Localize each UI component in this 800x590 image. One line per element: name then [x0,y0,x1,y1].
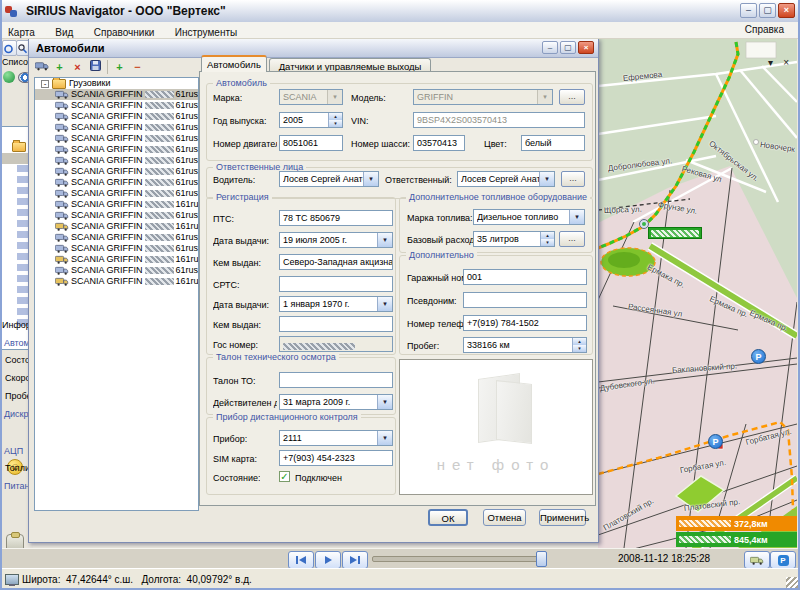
skip-end-button[interactable] [342,551,368,569]
map-panel[interactable]: Ефремова Добролюбова ул. Щорса ул. Октяб… [598,38,797,548]
srts-field[interactable] [279,276,393,292]
vehicle-photo-box[interactable]: нет фото [399,359,593,495]
mileage-spinner[interactable]: 338166 км▴▾ [463,337,587,353]
vin-field[interactable]: 9BSP4X2S003570413 [413,112,585,128]
dialog-minimize-button[interactable]: – [542,41,558,54]
chevron-down-icon[interactable]: ▾ [377,395,392,409]
tab-vehicle[interactable]: Автомобиль [201,55,267,72]
tree-item-vehicle[interactable]: SCANIA GRIFFIN61rus [35,177,198,188]
chassis-number-field[interactable]: 03570413 [413,135,465,151]
cancel-button[interactable]: Отмена [483,509,526,526]
window-titlebar[interactable]: SIRIUS Navigator - ООО "Вертекс" – ▢ × [0,0,800,23]
show-parking-button[interactable]: P [770,551,796,569]
color-field[interactable]: белый [521,135,585,151]
delete-icon[interactable]: × [70,60,85,75]
tree-item-vehicle[interactable]: SCANIA GRIFFIN161rus [35,221,198,232]
model-browse-button[interactable]: ... [559,89,585,105]
parking-marker-icon[interactable]: P [751,349,766,364]
skip-start-button[interactable] [288,551,314,569]
menu-view[interactable]: Вид [47,26,81,38]
add-vehicle-icon[interactable] [34,60,49,75]
menu-directories[interactable]: Справочники [86,26,163,38]
spinner-arrows[interactable]: ▴▾ [572,338,586,352]
menu-tools[interactable]: Инструменты [167,26,245,38]
globe-icon[interactable] [3,71,15,83]
menu-map[interactable]: Карта [0,26,43,38]
parking-marker-icon[interactable]: P [708,434,723,449]
dialog-close-button[interactable]: × [578,41,594,54]
pts-issuer-field[interactable]: Северо-Западная акцизная т [279,254,393,270]
map-collapse-icon[interactable]: ▾ [768,58,773,68]
chevron-down-icon[interactable]: ▾ [377,297,392,311]
persons-browse-button[interactable]: ... [561,171,585,187]
chevron-down-icon[interactable]: ▾ [377,233,392,247]
tree-item-vehicle[interactable]: SCANIA GRIFFIN61rus [35,265,198,276]
spinner-arrows[interactable]: ▴▾ [540,232,554,246]
remove-icon[interactable]: − [130,60,145,75]
alias-field[interactable] [463,292,587,308]
tree-item-vehicle[interactable]: SCANIA GRIFFIN61rus [35,100,198,111]
chevron-down-icon[interactable]: ▾ [569,210,584,224]
ok-button[interactable]: ОК [428,509,468,526]
valid-until-picker[interactable]: 31 марта 2009 г.▾ [279,394,393,410]
tree-item-vehicle[interactable]: SCANIA GRIFFIN61rus [35,144,198,155]
new-item-icon[interactable]: + [52,60,67,75]
menu-help[interactable]: Справка [737,23,792,35]
tree-item-vehicle[interactable]: SCANIA GRIFFIN61rus [35,210,198,221]
tree-item-vehicle[interactable]: SCANIA GRIFFIN61rus [35,243,198,254]
srts-issuer-field[interactable] [279,316,393,332]
responsible-combo[interactable]: Лосев Сергей Анатоль▾ [457,171,555,187]
tree-item-vehicle[interactable]: SCANIA GRIFFIN61rus [35,122,198,133]
dialog-titlebar[interactable]: Автомобили – ▢ × [29,39,598,58]
engine-number-field[interactable]: 8051061 [279,135,343,151]
tree-item-vehicle[interactable]: SCANIA GRIFFIN61rus [35,232,198,243]
phone-number-field[interactable]: +7(919) 784-1502 [463,315,587,331]
connected-checkbox[interactable] [279,471,290,482]
collapse-icon[interactable]: - [41,80,49,88]
driver-combo[interactable]: Лосев Сергей Анатоль▾ [279,171,379,187]
close-button[interactable]: × [778,3,795,18]
tree-item-vehicle[interactable]: SCANIA GRIFFIN61rus [35,155,198,166]
navigate-toolbar-button[interactable] [2,40,17,56]
maximize-button[interactable]: ▢ [759,3,776,18]
playback-slider-track[interactable] [372,556,546,562]
fuel-rate-spinner[interactable]: 35 литров▴▾ [473,231,555,247]
brand-combo[interactable]: SCANIA▾ [279,89,343,105]
fuel-brand-combo[interactable]: Дизельное топливо▾ [473,209,585,225]
fuel-browse-button[interactable]: ... [559,231,585,247]
inspection-ticket-field[interactable] [279,372,393,388]
show-vehicle-button[interactable] [744,551,770,569]
chevron-down-icon[interactable]: ▾ [363,172,378,186]
chevron-down-icon[interactable]: ▾ [377,431,392,445]
resize-grip[interactable] [786,577,798,589]
add-icon[interactable]: + [112,60,127,75]
apply-button[interactable]: Применить [539,509,586,526]
dialog-maximize-button[interactable]: ▢ [560,41,576,54]
garage-number-field[interactable]: 001 [463,269,587,285]
vehicle-tree[interactable]: -Грузовики SCANIA GRIFFIN61rus SCANIA GR… [34,77,199,511]
sim-card-field[interactable]: +7(903) 454-2323 [279,450,393,466]
tree-item-vehicle[interactable]: SCANIA GRIFFIN161rus [35,276,198,287]
tree-item-vehicle[interactable]: SCANIA GRIFFIN161rus [35,199,198,210]
tree-root-group[interactable]: -Грузовики [35,78,198,89]
model-combo[interactable]: GRIFFIN▾ [413,89,553,105]
year-spinner[interactable]: 2005▴▾ [279,112,343,128]
tree-item-vehicle[interactable]: SCANIA GRIFFIN161rus [35,254,198,265]
tree-item-vehicle[interactable]: SCANIA GRIFFIN61rus [35,111,198,122]
plate-number-field[interactable] [279,336,393,352]
map-close-icon[interactable]: × [783,58,789,68]
tree-item-vehicle[interactable]: SCANIA GRIFFIN61rus [35,89,198,100]
vehicle-list-background[interactable] [0,126,30,350]
chevron-down-icon[interactable]: ▾ [539,172,554,186]
device-combo[interactable]: 2111▾ [279,430,393,446]
tree-item-vehicle[interactable]: SCANIA GRIFFIN61rus [35,133,198,144]
tree-item-vehicle[interactable]: SCANIA GRIFFIN61rus [35,166,198,177]
tree-item-vehicle[interactable]: SCANIA GRIFFIN61rus [35,188,198,199]
save-icon[interactable] [88,60,103,75]
playback-slider-handle[interactable] [536,551,547,567]
pts-issue-date-picker[interactable]: 19 июля 2005 г.▾ [279,232,393,248]
minimize-button[interactable]: – [740,3,757,18]
vehicle-map-label[interactable] [648,227,702,239]
play-button[interactable] [315,551,341,569]
spinner-arrows[interactable]: ▴▾ [328,113,342,127]
